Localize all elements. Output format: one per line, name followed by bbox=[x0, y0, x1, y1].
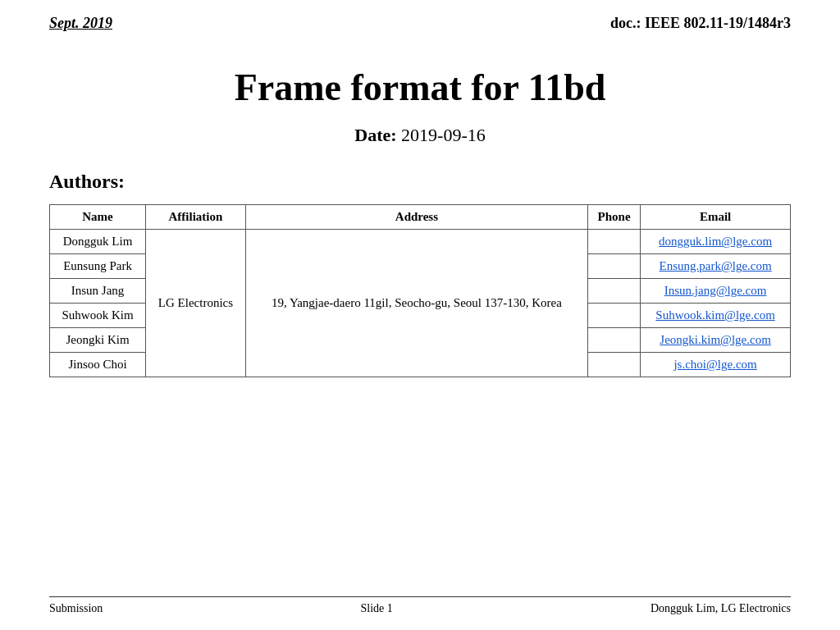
cell-email[interactable]: Insun.jang@lge.com bbox=[641, 279, 791, 304]
date-value: 2019-09-16 bbox=[401, 125, 486, 145]
cell-email[interactable]: Jeongki.kim@lge.com bbox=[641, 328, 791, 353]
cell-phone bbox=[588, 304, 641, 328]
footer-right: Dongguk Lim, LG Electronics bbox=[651, 602, 791, 615]
cell-name: Jeongki Kim bbox=[50, 328, 146, 353]
cell-name: Eunsung Park bbox=[50, 254, 146, 279]
header: Sept. 2019 doc.: IEEE 802.11-19/1484r3 bbox=[49, 0, 791, 40]
email-link[interactable]: dongguk.lim@lge.com bbox=[659, 235, 772, 248]
footer-center: Slide 1 bbox=[361, 602, 393, 615]
authors-section: Authors: Name Affiliation Address Phone … bbox=[49, 171, 791, 377]
cell-phone bbox=[588, 353, 641, 377]
cell-phone bbox=[588, 254, 641, 279]
col-email: Email bbox=[641, 205, 791, 230]
header-date: Sept. 2019 bbox=[49, 15, 112, 32]
email-link[interactable]: js.choi@lge.com bbox=[673, 358, 756, 371]
header-doc: doc.: IEEE 802.11-19/1484r3 bbox=[610, 15, 791, 32]
table-row: Dongguk LimLG Electronics19, Yangjae-dae… bbox=[50, 230, 791, 254]
authors-heading: Authors: bbox=[49, 171, 791, 193]
title-section: Frame format for 11bd Date: 2019-09-16 bbox=[49, 65, 791, 146]
page: Sept. 2019 doc.: IEEE 802.11-19/1484r3 F… bbox=[0, 0, 840, 630]
email-link[interactable]: Jeongki.kim@lge.com bbox=[660, 333, 770, 346]
cell-address: 19, Yangjae-daero 11gil, Seocho-gu, Seou… bbox=[245, 230, 587, 377]
cell-phone bbox=[588, 328, 641, 353]
cell-email[interactable]: Suhwook.kim@lge.com bbox=[641, 304, 791, 328]
date-line: Date: 2019-09-16 bbox=[49, 125, 791, 146]
footer-left: Submission bbox=[49, 602, 103, 615]
cell-email[interactable]: dongguk.lim@lge.com bbox=[641, 230, 791, 254]
cell-email[interactable]: Ensung.park@lge.com bbox=[641, 254, 791, 279]
cell-phone bbox=[588, 230, 641, 254]
col-affiliation: Affiliation bbox=[146, 205, 246, 230]
main-title: Frame format for 11bd bbox=[49, 65, 791, 110]
col-address: Address bbox=[245, 205, 587, 230]
cell-email[interactable]: js.choi@lge.com bbox=[641, 353, 791, 377]
email-link[interactable]: Ensung.park@lge.com bbox=[660, 259, 772, 272]
col-phone: Phone bbox=[588, 205, 641, 230]
cell-affiliation: LG Electronics bbox=[146, 230, 246, 377]
email-link[interactable]: Suhwook.kim@lge.com bbox=[655, 308, 774, 322]
cell-phone bbox=[588, 279, 641, 304]
cell-name: Suhwook Kim bbox=[50, 304, 146, 328]
cell-name: Dongguk Lim bbox=[50, 230, 146, 254]
cell-name: Insun Jang bbox=[50, 279, 146, 304]
footer: Submission Slide 1 Dongguk Lim, LG Elect… bbox=[49, 596, 791, 615]
email-link[interactable]: Insun.jang@lge.com bbox=[664, 284, 767, 297]
cell-name: Jinsoo Choi bbox=[50, 353, 146, 377]
authors-table: Name Affiliation Address Phone Email Don… bbox=[49, 204, 791, 377]
table-header-row: Name Affiliation Address Phone Email bbox=[50, 205, 791, 230]
col-name: Name bbox=[50, 205, 146, 230]
date-label: Date: bbox=[354, 125, 396, 145]
